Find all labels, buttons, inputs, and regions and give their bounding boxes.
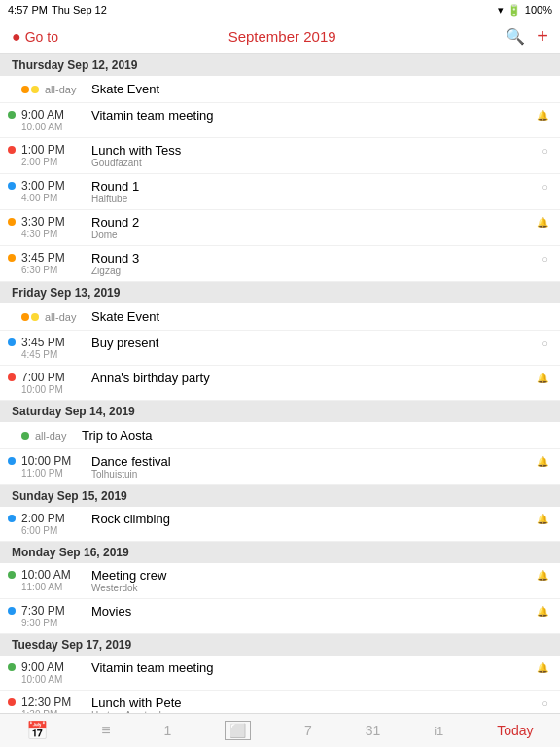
event-title-2-0: Dance festival xyxy=(91,454,529,469)
event-dot-col-3-0 xyxy=(8,512,21,522)
allday-event-0-0[interactable]: all-daySkate Event xyxy=(0,76,560,103)
battery-icon: 🔋 xyxy=(508,4,521,17)
event-dot-4-0 xyxy=(8,571,16,579)
day-header-3: Sunday Sep 15, 2019 xyxy=(0,485,560,507)
event-dot-5-0 xyxy=(8,663,16,671)
circle-icon-0-2: ○ xyxy=(542,181,548,193)
event-title-5-0: Vitamin team meeting xyxy=(91,660,529,675)
event-content-0-3: Round 2Dome xyxy=(91,215,529,240)
tab-list[interactable]: ≡ xyxy=(93,722,118,739)
add-icon[interactable]: + xyxy=(537,25,548,48)
event-content-1-0: Buy present xyxy=(91,336,529,350)
tab-month[interactable]: 31 xyxy=(358,723,389,738)
allday-title-2-0: Trip to Aosta xyxy=(82,428,153,443)
event-title-0-1: Lunch with Tess xyxy=(91,143,529,158)
event-dot-col-0-0 xyxy=(8,108,21,119)
bell-icon-1-1: 🔔 xyxy=(537,373,548,383)
tab-one[interactable]: 1 xyxy=(157,723,180,738)
bell-icon-5-0: 🔔 xyxy=(537,662,548,673)
time-col-3-0: 2:00 PM6:00 PM xyxy=(21,512,91,536)
time-end-0-4: 6:30 PM xyxy=(21,265,91,275)
tab-year[interactable]: i1 xyxy=(426,724,451,738)
time-end-0-3: 4:30 PM xyxy=(21,229,91,239)
time-start-1-1: 7:00 PM xyxy=(21,371,91,384)
time-end-3-0: 6:00 PM xyxy=(21,525,91,536)
event-subtitle-0-4: Zigzag xyxy=(91,266,529,276)
event-content-5-0: Vitamin team meeting xyxy=(91,660,529,675)
wifi-icon: ▾ xyxy=(498,4,504,17)
status-time-area: 4:57 PM Thu Sep 12 xyxy=(8,4,107,16)
battery-pct: 100% xyxy=(525,4,552,16)
event-row-1-0[interactable]: 3:45 PM4:45 PMBuy present○ xyxy=(0,331,560,366)
circle-icon-0-1: ○ xyxy=(542,145,548,157)
event-row-5-0[interactable]: 9:00 AM10:00 AMVitamin team meeting🔔 xyxy=(0,656,560,691)
time-start-5-1: 12:30 PM xyxy=(21,695,91,709)
nav-actions: 🔍 + xyxy=(506,25,548,48)
tab-today-label: Today xyxy=(497,723,533,738)
time-start-4-0: 10:00 AM xyxy=(21,568,91,582)
event-row-1-1[interactable]: 7:00 PM10:00 PMAnna's birthday party🔔 xyxy=(0,366,560,401)
event-subtitle-4-0: Westerdok xyxy=(91,583,529,593)
event-row-0-0[interactable]: 9:00 AM10:00 AMVitamin team meeting🔔 xyxy=(0,103,560,138)
time-end-4-1: 9:30 PM xyxy=(21,618,91,628)
event-icon-col-0-0: 🔔 xyxy=(529,108,548,121)
event-dot-3-0 xyxy=(8,515,16,522)
allday-dots-1-0 xyxy=(21,313,39,321)
allday-event-2-0[interactable]: all-dayTrip to Aosta xyxy=(0,422,560,449)
event-dot-col-0-1 xyxy=(8,143,21,154)
status-day: Thu Sep 12 xyxy=(52,4,107,16)
content-area: Thursday Sep 12, 2019all-daySkate Event9… xyxy=(0,54,560,747)
event-title-0-0: Vitamin team meeting xyxy=(91,108,529,123)
tab-one-label: 1 xyxy=(164,723,172,738)
event-row-3-0[interactable]: 2:00 PM6:00 PMRock climbing🔔 xyxy=(0,507,560,542)
status-right-area: ▾ 🔋 100% xyxy=(498,4,552,17)
event-icon-col-5-1: ○ xyxy=(529,695,548,709)
allday-event-1-0[interactable]: all-daySkate Event xyxy=(0,303,560,331)
event-icon-col-5-0: 🔔 xyxy=(529,660,548,673)
allday-label-2-0: all-day xyxy=(35,430,82,442)
event-content-2-0: Dance festivalTolhuistuin xyxy=(91,454,529,480)
goto-button[interactable]: ● Go to xyxy=(12,28,58,46)
tab-week-two[interactable]: ⬜ xyxy=(217,721,259,740)
event-row-0-3[interactable]: 3:30 PM4:30 PMRound 2Dome🔔 xyxy=(0,210,560,246)
allday-title-0-0: Skate Event xyxy=(91,82,159,96)
allday-label-1-0: all-day xyxy=(45,311,91,323)
event-row-0-1[interactable]: 1:00 PM2:00 PMLunch with TessGoudfazant○ xyxy=(0,138,560,174)
tab-year-label: i1 xyxy=(434,724,443,738)
event-row-4-1[interactable]: 7:30 PM9:30 PMMovies🔔 xyxy=(0,599,560,634)
event-row-0-4[interactable]: 3:45 PM6:30 PMRound 3Zigzag○ xyxy=(0,246,560,282)
event-row-4-0[interactable]: 10:00 AM11:00 AMMeeting crewWesterdok🔔 xyxy=(0,563,560,599)
nav-title: September 2019 xyxy=(228,28,336,45)
bell-icon-4-0: 🔔 xyxy=(537,570,548,581)
event-content-0-2: Round 1Halftube xyxy=(91,179,529,204)
tab-today[interactable]: Today xyxy=(489,723,541,738)
time-start-1-0: 3:45 PM xyxy=(21,336,91,349)
event-icon-col-4-0: 🔔 xyxy=(529,568,548,581)
bell-icon-3-0: 🔔 xyxy=(537,514,548,524)
goto-label[interactable]: Go to xyxy=(25,29,58,45)
time-end-4-0: 11:00 AM xyxy=(21,582,91,592)
time-col-0-1: 1:00 PM2:00 PM xyxy=(21,143,91,167)
tab-day[interactable]: 📅 xyxy=(18,720,55,741)
time-start-0-2: 3:00 PM xyxy=(21,179,91,193)
time-col-4-1: 7:30 PM9:30 PM xyxy=(21,604,91,628)
event-title-3-0: Rock climbing xyxy=(91,512,529,526)
time-col-0-2: 3:00 PM4:00 PM xyxy=(21,179,91,203)
nav-bar: ● Go to September 2019 🔍 + xyxy=(0,19,560,54)
time-start-5-0: 9:00 AM xyxy=(21,660,91,674)
status-time: 4:57 PM xyxy=(8,4,48,16)
event-row-0-2[interactable]: 3:00 PM4:00 PMRound 1Halftube○ xyxy=(0,174,560,210)
event-dot-4-1 xyxy=(8,607,16,615)
bell-icon-0-0: 🔔 xyxy=(537,110,548,121)
day-header-4: Monday Sep 16, 2019 xyxy=(0,542,560,563)
event-dot-col-4-0 xyxy=(8,568,21,579)
time-col-0-0: 9:00 AM10:00 AM xyxy=(21,108,91,132)
tab-7day[interactable]: 7 xyxy=(297,723,320,738)
allday-dots-2-0 xyxy=(21,432,29,440)
event-dot-1-0 xyxy=(8,338,16,346)
day-header-5: Tuesday Sep 17, 2019 xyxy=(0,634,560,656)
event-row-2-0[interactable]: 10:00 PM11:00 PMDance festivalTolhuistui… xyxy=(0,449,560,485)
search-icon[interactable]: 🔍 xyxy=(506,27,525,46)
event-title-5-1: Lunch with Pete xyxy=(91,695,529,710)
event-content-3-0: Rock climbing xyxy=(91,512,529,526)
